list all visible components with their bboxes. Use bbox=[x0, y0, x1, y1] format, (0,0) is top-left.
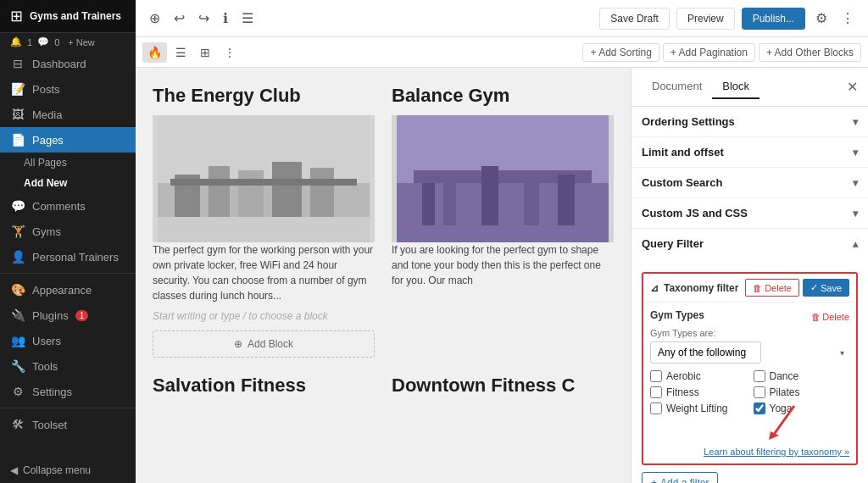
gym-card-4: Downtown Fitness C bbox=[392, 375, 614, 405]
sidebar-item-users[interactable]: 👥 Users bbox=[0, 328, 136, 353]
block-inserter-btn[interactable]: ⊕ bbox=[146, 7, 164, 30]
taxonomy-filter-box: ⊿ Taxonomy filter 🗑 Delete ✓ S bbox=[642, 272, 858, 465]
checkbox-aerobic-input[interactable] bbox=[650, 370, 662, 382]
tab-document[interactable]: Document bbox=[642, 75, 712, 99]
filter-save-btn[interactable]: ✓ Save bbox=[803, 279, 849, 297]
checkbox-dance-input[interactable] bbox=[754, 370, 765, 382]
checkbox-pilates[interactable]: Pilates bbox=[754, 386, 850, 398]
add-filter-btn[interactable]: + Add a filter bbox=[642, 472, 718, 483]
svg-rect-14 bbox=[481, 166, 498, 225]
ordering-header[interactable]: Ordering Settings ▾ bbox=[632, 107, 868, 136]
sidebar-item-gyms[interactable]: 🏋 Gyms bbox=[0, 219, 136, 244]
list-view-btn[interactable]: ☰ bbox=[238, 7, 257, 30]
top-bar-right: Save Draft Preview Publish... ⚙ ⋮ bbox=[599, 7, 858, 30]
gym-grid: The Energy Club bbox=[153, 85, 614, 405]
checkbox-weight-input[interactable] bbox=[650, 402, 662, 414]
block-toolbar: 🔥 ☰ ⊞ ⋮ + Add Sorting + Add Pagination +… bbox=[136, 37, 868, 68]
checkbox-dance[interactable]: Dance bbox=[754, 370, 850, 382]
publish-btn[interactable]: Publish... bbox=[742, 8, 805, 30]
checkbox-pilates-input[interactable] bbox=[754, 386, 765, 398]
checkbox-fitness-input[interactable] bbox=[650, 386, 662, 398]
sidebar-sub-all-pages[interactable]: All Pages bbox=[0, 153, 136, 173]
save-draft-btn[interactable]: Save Draft bbox=[599, 8, 670, 30]
section-custom-search: Custom Search ▾ bbox=[632, 168, 868, 198]
learn-link[interactable]: Learn about filtering by taxonomy » bbox=[650, 447, 849, 457]
limit-header[interactable]: Limit and offset ▾ bbox=[632, 137, 868, 167]
sidebar-label-pages: Pages bbox=[32, 134, 64, 147]
sidebar-item-posts[interactable]: 📝 Posts bbox=[0, 76, 136, 102]
list-view-toggle[interactable]: ☰ bbox=[170, 42, 192, 63]
svg-rect-8 bbox=[158, 217, 370, 242]
sidebar-item-tools[interactable]: 🔧 Tools bbox=[0, 353, 136, 379]
plugins-badge: 1 bbox=[75, 310, 89, 321]
sidebar-item-settings[interactable]: ⚙ Settings bbox=[0, 379, 136, 404]
ordering-chevron: ▾ bbox=[853, 116, 858, 128]
trainers-icon: 👤 bbox=[10, 250, 25, 264]
redo-btn[interactable]: ↪ bbox=[195, 7, 213, 30]
sidebar-item-toolset[interactable]: 🛠 Toolset bbox=[0, 412, 136, 437]
gym-title-2: Balance Gym bbox=[392, 85, 614, 107]
custom-js-css-header[interactable]: Custom JS and CSS ▾ bbox=[632, 198, 868, 228]
more-options-btn[interactable]: ⋮ bbox=[219, 42, 241, 63]
sidebar-label-dashboard: Dashboard bbox=[32, 58, 86, 70]
editor-area: ⊕ ↩ ↪ ℹ ☰ Save Draft Preview Publish... … bbox=[136, 0, 868, 483]
new-btn[interactable]: + New bbox=[68, 37, 95, 47]
sidebar-sub-add-new[interactable]: Add New bbox=[0, 173, 136, 193]
block-type-btn[interactable]: 🔥 bbox=[142, 42, 167, 63]
comments-icon: 💬 bbox=[10, 199, 25, 213]
users-icon: 👥 bbox=[10, 334, 25, 347]
checkbox-grid: Aerobic Dance Fitness bbox=[650, 370, 849, 414]
info-btn[interactable]: ℹ bbox=[220, 7, 231, 30]
field-label: Gym Types bbox=[650, 309, 704, 321]
sidebar-item-pages[interactable]: 📄 Pages bbox=[0, 127, 136, 153]
notif-icon: 🔔 bbox=[10, 36, 22, 47]
sidebar-item-personal-trainers[interactable]: 👤 Personal Trainers bbox=[0, 244, 136, 269]
custom-search-header[interactable]: Custom Search ▾ bbox=[632, 168, 868, 197]
settings-toggle-btn[interactable]: ⚙ bbox=[812, 7, 831, 30]
limit-label: Limit and offset bbox=[642, 146, 724, 158]
sidebar-label-comments: Comments bbox=[32, 200, 86, 213]
grid-view-toggle[interactable]: ⊞ bbox=[195, 42, 215, 63]
sidebar-notifications: 🔔 1 💬 0 + New bbox=[0, 33, 136, 51]
sidebar-item-plugins[interactable]: 🔌 Plugins 1 bbox=[0, 303, 136, 328]
filter-label: Taxonomy filter bbox=[664, 282, 738, 294]
media-icon: 🖼 bbox=[10, 108, 25, 121]
row-delete-btn[interactable]: 🗑 Delete bbox=[811, 312, 849, 322]
collapse-menu-btn[interactable]: ◀ Collapse menu bbox=[0, 458, 136, 483]
condition-label: Gym Types are: bbox=[650, 328, 849, 338]
sidebar-label-tools: Tools bbox=[32, 360, 58, 373]
sidebar-item-appearance[interactable]: 🎨 Appearance bbox=[0, 277, 136, 303]
content-area: The Energy Club bbox=[136, 68, 868, 483]
tab-block[interactable]: Block bbox=[712, 75, 760, 99]
top-bar: ⊕ ↩ ↪ ℹ ☰ Save Draft Preview Publish... … bbox=[136, 0, 868, 37]
sidebar-label-plugins: Plugins bbox=[32, 309, 69, 322]
query-filter-label: Query Filter bbox=[642, 237, 704, 250]
query-filter-header[interactable]: Query Filter ▴ bbox=[632, 229, 868, 258]
sidebar-item-media[interactable]: 🖼 Media bbox=[0, 102, 136, 127]
sorting-btn[interactable]: + Add Sorting bbox=[582, 43, 659, 62]
qf-header: ⊿ Taxonomy filter 🗑 Delete ✓ S bbox=[643, 274, 856, 303]
more-tools-btn[interactable]: ⋮ bbox=[837, 7, 858, 30]
other-blocks-btn[interactable]: + Add Other Blocks bbox=[759, 43, 861, 62]
pages-icon: 📄 bbox=[10, 133, 25, 147]
sidebar-item-comments[interactable]: 💬 Comments bbox=[0, 193, 136, 219]
add-block-btn-1[interactable]: ⊕ Add Block bbox=[153, 330, 375, 358]
filter-icon: ⊿ bbox=[650, 282, 659, 294]
checkbox-aerobic[interactable]: Aerobic bbox=[650, 370, 747, 382]
checkbox-fitness[interactable]: Fitness bbox=[650, 386, 747, 398]
checkbox-weight-lifting[interactable]: Weight Lifting bbox=[650, 402, 747, 414]
section-custom-js-css: Custom JS and CSS ▾ bbox=[632, 198, 868, 229]
sidebar-label-toolset: Toolset bbox=[32, 419, 67, 431]
trash-icon: 🗑 bbox=[753, 283, 762, 293]
top-bar-left: ⊕ ↩ ↪ ℹ ☰ bbox=[146, 7, 257, 30]
condition-select[interactable]: Any of the following All of the followin… bbox=[650, 341, 761, 364]
panel-close-btn[interactable]: ✕ bbox=[847, 79, 858, 95]
sidebar-item-dashboard[interactable]: ⊟ Dashboard bbox=[0, 51, 136, 76]
filter-delete-btn[interactable]: 🗑 Delete bbox=[745, 279, 799, 297]
gym-title-1: The Energy Club bbox=[153, 85, 375, 107]
arrow-annotation bbox=[650, 414, 849, 440]
undo-btn[interactable]: ↩ bbox=[170, 7, 188, 30]
preview-btn[interactable]: Preview bbox=[676, 8, 735, 30]
svg-line-17 bbox=[773, 406, 794, 436]
pagination-btn[interactable]: + Add Pagination bbox=[663, 43, 755, 62]
